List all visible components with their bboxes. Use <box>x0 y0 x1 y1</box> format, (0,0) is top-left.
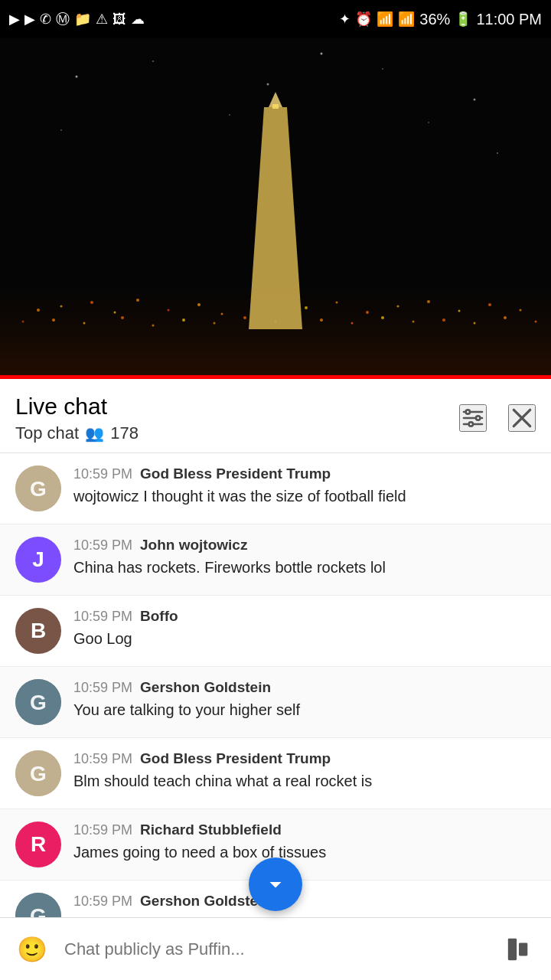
message-meta: 10:59 PMBoffo <box>73 608 536 625</box>
svg-point-19 <box>221 313 223 315</box>
message-time: 10:59 PM <box>73 466 132 482</box>
svg-rect-47 <box>272 104 279 109</box>
svg-point-9 <box>321 53 323 55</box>
message-time: 10:59 PM <box>73 609 132 625</box>
viewer-icon: 👥 <box>85 424 104 443</box>
message-author: Boffo <box>140 608 178 625</box>
message-content: 10:59 PMGershon GoldsteinYou are talking… <box>73 679 536 720</box>
chat-close-button[interactable] <box>508 404 536 432</box>
svg-point-34 <box>214 322 216 325</box>
message-content: 10:59 PMGod Bless President Trumpwojtowi… <box>73 466 536 507</box>
svg-point-28 <box>22 321 24 323</box>
svg-point-37 <box>320 318 323 322</box>
wifi-icon: 📶 <box>377 11 393 28</box>
svg-point-14 <box>90 301 93 304</box>
chat-message: G10:59 PMGod Bless President TrumpBlm sh… <box>0 738 551 809</box>
live-chat-title: Live chat <box>15 393 139 420</box>
message-author: Richard Stubblefield <box>140 822 282 838</box>
svg-text:G: G <box>30 477 47 501</box>
message-content: 10:59 PMJohn wojtowiczChina has rockets.… <box>73 537 536 578</box>
svg-point-42 <box>474 322 476 325</box>
video-progress-bar[interactable] <box>0 375 551 379</box>
video-player[interactable] <box>0 38 551 375</box>
chat-settings-button[interactable] <box>459 404 487 432</box>
chat-input-bar: 🙂 <box>0 917 551 980</box>
svg-point-15 <box>114 312 116 314</box>
play-icon: ▶ <box>9 11 20 28</box>
svg-point-22 <box>366 311 369 314</box>
svg-point-16 <box>136 299 139 302</box>
svg-point-43 <box>504 316 507 319</box>
status-icons-left: ▶ ▶ ✆ Ⓜ 📁 ⚠ 🖼 ☁ <box>9 10 145 28</box>
svg-point-31 <box>121 316 124 319</box>
svg-point-10 <box>428 122 429 123</box>
avatar: R <box>15 822 61 867</box>
signal-icon: 📶 <box>398 11 415 28</box>
svg-point-38 <box>351 322 354 325</box>
youtube-icon: ▶ <box>24 11 35 28</box>
bluetooth-icon: ✦ <box>339 11 350 28</box>
message-text: Goo Log <box>73 628 536 649</box>
svg-point-6 <box>60 129 62 131</box>
time: 11:00 PM <box>476 11 542 28</box>
svg-point-7 <box>497 152 498 154</box>
status-bar: ▶ ▶ ✆ Ⓜ 📁 ⚠ 🖼 ☁ ✦ ⏰ 📶 📶 36% 🔋 11:00 PM <box>0 0 551 38</box>
svg-point-4 <box>382 68 383 70</box>
svg-point-20 <box>305 306 308 309</box>
emoji-button[interactable]: 🙂 <box>12 929 52 969</box>
message-meta: 10:59 PMGod Bless President Trump <box>73 750 536 767</box>
svg-point-35 <box>243 316 246 319</box>
message-meta: 10:59 PMGershon Goldstein <box>73 893 536 910</box>
svg-point-1 <box>76 76 78 78</box>
message-time: 10:59 PM <box>73 751 132 767</box>
avatar: G <box>15 679 61 725</box>
message-author: Gershon Goldstein <box>140 679 271 696</box>
emoji-icon: 🙂 <box>17 935 47 964</box>
svg-text:G: G <box>30 762 47 786</box>
svg-point-27 <box>520 309 522 312</box>
svg-point-12 <box>37 309 40 312</box>
message-text: You are talking to your higher self <box>73 699 536 720</box>
top-chat-label: Top chat <box>15 423 79 443</box>
message-content: 10:59 PMGod Bless President TrumpBlm sho… <box>73 750 536 792</box>
svg-point-23 <box>397 305 399 308</box>
svg-point-18 <box>197 303 201 306</box>
warning-icon: ⚠ <box>96 11 108 28</box>
message-meta: 10:59 PMGershon Goldstein <box>73 679 536 696</box>
svg-point-3 <box>267 83 269 86</box>
image-icon: 🖼 <box>112 11 126 28</box>
chat-input[interactable] <box>64 929 487 969</box>
message-time: 10:59 PM <box>73 822 132 838</box>
svg-point-25 <box>458 310 461 312</box>
folder-icon: 📁 <box>74 11 91 28</box>
chat-message: G10:59 PMGod Bless President Trumpwojtow… <box>0 453 551 524</box>
svg-point-2 <box>152 60 154 62</box>
send-icon <box>506 936 532 962</box>
svg-point-30 <box>83 322 86 325</box>
message-author: John wojtowicz <box>140 537 247 554</box>
svg-point-17 <box>168 309 170 312</box>
svg-point-52 <box>476 416 480 420</box>
cloud-icon: ☁ <box>131 11 145 28</box>
battery-percent: 36% <box>419 11 450 28</box>
chat-message: B10:59 PMBoffoGoo Log <box>0 596 551 667</box>
message-text: Blm should teach china what a real rocke… <box>73 770 536 792</box>
svg-point-13 <box>60 305 63 308</box>
status-icons-right: ✦ ⏰ 📶 📶 36% 🔋 11:00 PM <box>339 11 542 28</box>
message-content: 10:59 PMBoffoGoo Log <box>73 608 536 649</box>
send-message-button[interactable] <box>499 929 539 969</box>
video-background <box>0 38 551 375</box>
message-time: 10:59 PM <box>73 893 132 910</box>
svg-rect-64 <box>508 938 517 959</box>
scroll-to-bottom-button[interactable] <box>249 858 302 911</box>
chevron-down-icon <box>262 871 289 898</box>
message-author: God Bless President Trump <box>140 466 331 482</box>
phone-icon: ✆ <box>40 11 51 28</box>
svg-point-21 <box>336 302 338 304</box>
avatar: J <box>15 537 61 583</box>
avatar: G <box>15 466 61 511</box>
chat-message: G10:59 PMGershon GoldsteinYou are talkin… <box>0 667 551 738</box>
message-meta: 10:59 PMGod Bless President Trump <box>73 466 536 482</box>
svg-point-5 <box>474 99 476 101</box>
chat-header-controls <box>459 404 536 432</box>
